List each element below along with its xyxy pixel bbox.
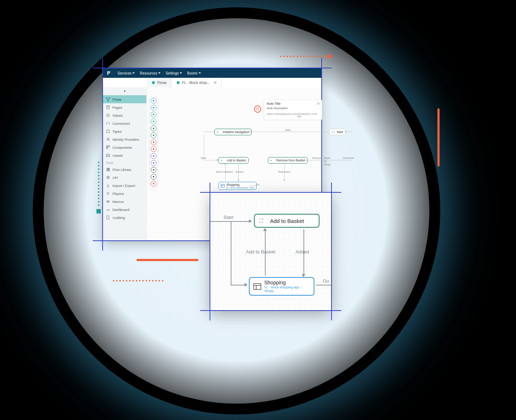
palette-shape-button[interactable] bbox=[151, 119, 156, 124]
sidebar-item-connectors[interactable]: Connectors bbox=[103, 119, 146, 127]
edge-label: Added bbox=[235, 170, 243, 173]
svg-rect-15 bbox=[107, 154, 110, 157]
svg-marker-21 bbox=[107, 192, 110, 195]
svg-text:x: x bbox=[107, 114, 108, 116]
palette-shape-button[interactable] bbox=[151, 132, 156, 138]
sidebar-item-macros[interactable]: Macros bbox=[103, 197, 146, 205]
close-icon[interactable]: ✕ bbox=[214, 80, 217, 85]
svg-point-29 bbox=[153, 135, 154, 136]
edge bbox=[251, 185, 256, 186]
types-icon bbox=[106, 129, 110, 133]
edge-label: Go bbox=[323, 278, 329, 284]
palette-shape-button[interactable] bbox=[151, 98, 156, 104]
players-icon bbox=[106, 191, 110, 196]
sidebar-item-pages[interactable]: Pages bbox=[103, 103, 146, 111]
assets-icon bbox=[106, 153, 110, 157]
sidebar-item-flows[interactable]: Flows bbox=[103, 95, 146, 103]
note-card[interactable]: ⚙ Note Title Note description calvin.rob… bbox=[264, 100, 322, 120]
node-initialize-navigation[interactable]: ≡ Initialize Navigation bbox=[214, 129, 252, 135]
macros-icon bbox=[106, 199, 110, 204]
node-label: Shopping bbox=[264, 280, 310, 285]
sidebar-item-dashboard[interactable]: Dashboard bbox=[103, 205, 146, 213]
sidebar-item-import-export[interactable]: Import / Export bbox=[103, 181, 146, 189]
chevron-left-icon bbox=[123, 89, 126, 93]
edge bbox=[204, 160, 218, 160]
operator-icon: ≡ bbox=[221, 159, 225, 162]
sidebar-item-components[interactable]: Components bbox=[103, 143, 146, 151]
palette-shape-button[interactable] bbox=[151, 153, 156, 159]
nav-settings[interactable]: Settings bbox=[166, 71, 182, 75]
sidebar-item-types[interactable]: Types bbox=[103, 127, 146, 135]
sidebar-item-flow-library[interactable]: Flow Library bbox=[103, 165, 146, 173]
node-start[interactable]: ▢ Start bbox=[329, 129, 346, 135]
svg-rect-19 bbox=[109, 168, 110, 171]
gear-icon[interactable]: ⚙ bbox=[317, 102, 320, 105]
note-marker-icon[interactable] bbox=[254, 105, 261, 113]
sidebar-section-tools: Tools bbox=[103, 159, 146, 165]
palette-shape-button[interactable] bbox=[151, 160, 156, 166]
palette-shape-button[interactable] bbox=[151, 105, 156, 111]
palette-shape-button[interactable] bbox=[151, 112, 156, 117]
svg-point-36 bbox=[153, 183, 154, 184]
palette-shape-button[interactable] bbox=[151, 146, 156, 152]
svg-line-22 bbox=[108, 210, 109, 211]
sidebar-item-values[interactable]: xValues bbox=[103, 111, 146, 119]
shape-palette bbox=[150, 96, 158, 188]
node-shopping[interactable]: Shopping FL - Mock shopping app - Shop bbox=[218, 182, 257, 190]
arrowhead-icon bbox=[283, 180, 285, 181]
chevron-down-icon bbox=[132, 72, 135, 74]
edge bbox=[249, 132, 328, 132]
sidebar-item-auditing[interactable]: Auditing bbox=[103, 213, 146, 221]
node-add-to-basket[interactable]: ≡ Add to Basket bbox=[218, 157, 249, 164]
nav-services[interactable]: Services bbox=[118, 71, 135, 75]
node-sublabel: FL - Mock shopping app - Shop bbox=[226, 187, 254, 189]
pages-icon bbox=[106, 105, 110, 109]
library-icon bbox=[106, 167, 110, 172]
sidebar-item-api[interactable]: API bbox=[103, 173, 146, 181]
node-add-to-basket[interactable]: − ×+ = Add to Basket bbox=[254, 214, 319, 228]
sidebar-item-label: Flow Library bbox=[112, 168, 131, 172]
sidebar-item-label: Components bbox=[112, 145, 132, 149]
node-label: Initialize Navigation bbox=[223, 130, 249, 134]
nav-label: Settings bbox=[166, 71, 179, 75]
accent-dots bbox=[96, 162, 101, 213]
palette-shape-button[interactable] bbox=[151, 139, 156, 145]
sidebar-item-label: Connectors bbox=[112, 121, 130, 125]
palette-shape-button[interactable] bbox=[151, 167, 156, 173]
svg-point-35 bbox=[153, 176, 154, 177]
sidebar-item-identity-providers[interactable]: Identity Providers bbox=[103, 135, 146, 143]
palette-shape-button[interactable] bbox=[151, 181, 156, 187]
nav-resources[interactable]: Resources bbox=[140, 71, 160, 75]
sidebar-item-label: Macros bbox=[112, 200, 124, 204]
importexport-icon bbox=[106, 183, 110, 188]
sidebar-item-assets[interactable]: Assets bbox=[103, 151, 146, 159]
tab-current-flow[interactable]: FL - Mock shop... ✕ bbox=[171, 78, 222, 87]
api-icon bbox=[106, 175, 110, 180]
edge-label: Added bbox=[295, 249, 309, 255]
collapse-sidebar-button[interactable] bbox=[103, 87, 146, 95]
edge-label: Removed bbox=[278, 170, 290, 173]
svg-point-26 bbox=[153, 114, 154, 115]
arrowhead-icon bbox=[302, 274, 305, 277]
components-icon bbox=[106, 145, 110, 149]
svg-point-25 bbox=[153, 107, 154, 108]
nav-boomi[interactable]: Boomi bbox=[187, 71, 201, 75]
svg-rect-12 bbox=[107, 146, 108, 147]
svg-rect-13 bbox=[108, 146, 110, 147]
node-sublabel: FL - Mock shopping app - Shopp bbox=[264, 285, 310, 293]
edge-label: Back to Shop bbox=[324, 156, 331, 166]
tab-flows[interactable]: Flows bbox=[147, 78, 171, 87]
operator-icon: ≡ bbox=[217, 130, 221, 134]
brand-logo[interactable] bbox=[105, 69, 112, 77]
layout-icon bbox=[253, 283, 261, 290]
svg-rect-14 bbox=[107, 148, 108, 149]
palette-shape-button[interactable] bbox=[151, 174, 156, 180]
edge-label: Checkout bbox=[342, 156, 354, 160]
svg-point-32 bbox=[153, 155, 154, 157]
sidebar-item-players[interactable]: Players bbox=[103, 189, 146, 197]
node-shopping[interactable]: Shopping FL - Mock shopping app - Shopp bbox=[249, 277, 314, 296]
svg-point-11 bbox=[108, 138, 110, 139]
palette-shape-button[interactable] bbox=[151, 125, 156, 131]
edge bbox=[231, 221, 231, 285]
svg-point-24 bbox=[153, 100, 154, 101]
